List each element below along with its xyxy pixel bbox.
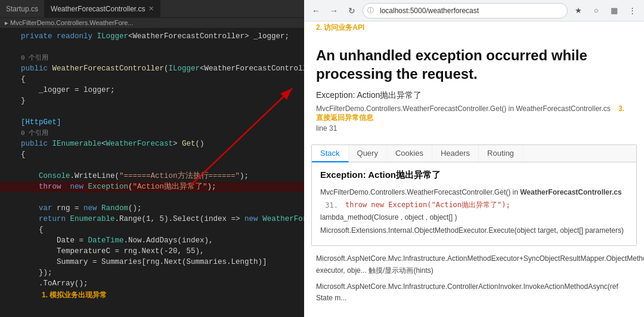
error-header: An unhandled exception occurred while pr… bbox=[304, 34, 644, 140]
error-title: An unhandled exception occurred while pr… bbox=[316, 46, 632, 83]
code-line bbox=[0, 106, 304, 117]
tab-cookies[interactable]: Cookies bbox=[387, 145, 432, 162]
tab-weatherforecast[interactable]: WeatherForecastController.cs ✕ bbox=[45, 0, 160, 18]
stack-content: Exception: Action抛出异常了 MvcFilterDemo.Con… bbox=[312, 162, 636, 245]
code-line: TemperatureC = rng.Next(-20, 55), bbox=[0, 246, 304, 257]
tab-label: WeatherForecastController.cs bbox=[51, 5, 145, 13]
stack-file-link: WeatherForecastController.cs bbox=[520, 188, 622, 196]
browser-toolbar: ← → ↻ ⓘ ★ ○ ▦ ⋮ bbox=[304, 0, 644, 21]
close-tab-icon[interactable]: ✕ bbox=[148, 5, 154, 13]
stack-trace-item-3: Microsoft.Extensions.Internal.ObjectMeth… bbox=[320, 225, 628, 236]
menu-button[interactable]: ⋮ bbox=[625, 4, 639, 18]
code-line: .ToArray(); bbox=[0, 278, 304, 289]
code-line: Console.WriteLine("======Action方法执行=====… bbox=[0, 171, 304, 181]
tab-headers[interactable]: Headers bbox=[432, 145, 479, 162]
extensions-button[interactable]: ▦ bbox=[607, 4, 621, 18]
address-bar[interactable] bbox=[363, 3, 568, 19]
tab-bar: Startup.cs WeatherForecastController.cs … bbox=[0, 0, 304, 18]
browser-content: 2. 访问业务API An unhandled exception occurr… bbox=[304, 21, 644, 317]
code-line: [HttpGet] bbox=[0, 117, 304, 128]
code-area: private readonly ILogger<WeatherForecast… bbox=[0, 29, 304, 317]
tab-query[interactable]: Query bbox=[349, 145, 387, 162]
code-line bbox=[0, 160, 304, 171]
stack-exception-title: Exception: Action抛出异常了 bbox=[320, 170, 628, 181]
bookmark-button[interactable]: ★ bbox=[571, 4, 586, 18]
code-line: private readonly ILogger<WeatherForecast… bbox=[0, 31, 304, 42]
error-trace-line1: MvcFilterDemo.Controllers.WeatherForecas… bbox=[316, 104, 632, 123]
editor-panel: Startup.cs WeatherForecastController.cs … bbox=[0, 0, 304, 317]
code-line: 0 个引用 bbox=[0, 53, 304, 63]
code-line: { bbox=[0, 149, 304, 160]
annotation-2-label: 2. 访问业务API bbox=[316, 23, 364, 33]
stack-tabs: Stack Query Cookies Headers Routing bbox=[312, 145, 636, 162]
code-line: var rng = new Random(); bbox=[0, 203, 304, 214]
browser-panel: ← → ↻ ⓘ ★ ○ ▦ ⋮ 2. 访问业务API An unhandled … bbox=[304, 0, 644, 317]
code-line: public IEnumerable<WeatherForecast> Get(… bbox=[0, 139, 304, 149]
code-line-highlight: throw new Exception("Action抛出异常了"); bbox=[0, 181, 304, 192]
breadcrumb: ▸ MvcFilterDemo.Controllers.WeatherFore.… bbox=[0, 18, 304, 29]
error-subtitle: Exception: Action抛出异常了 bbox=[316, 90, 632, 101]
error-trace-line-num: line 31 bbox=[316, 124, 632, 133]
address-wrapper: ⓘ bbox=[363, 3, 568, 19]
forward-button[interactable]: → bbox=[327, 4, 341, 18]
stack-line-num: 31. bbox=[320, 201, 338, 210]
code-line bbox=[0, 42, 304, 53]
stack-code-line: 31. throw new Exception("Action抛出异常了"); bbox=[320, 200, 628, 210]
stack-panel: Stack Query Cookies Headers Routing Exce… bbox=[311, 144, 637, 246]
annotation-1-label: 1. 模拟业务出现异常 bbox=[42, 290, 107, 300]
refresh-button[interactable]: ↻ bbox=[345, 4, 359, 18]
code-line: }); bbox=[0, 267, 304, 278]
code-line: } bbox=[0, 96, 304, 106]
code-line bbox=[0, 192, 304, 203]
tab-label: Startup.cs bbox=[6, 5, 38, 13]
code-line: 0 个引用 bbox=[0, 128, 304, 139]
stack-code-text: throw new Exception("Action抛出异常了"); bbox=[345, 200, 510, 210]
tab-routing[interactable]: Routing bbox=[479, 145, 523, 162]
tab-startup[interactable]: Startup.cs bbox=[0, 0, 45, 18]
code-line: Date = DateTime.Now.AddDays(index), bbox=[0, 235, 304, 246]
stack-trace-item-1: MvcFilterDemo.Controllers.WeatherForecas… bbox=[320, 187, 628, 198]
code-line: public WeatherForecastController(ILogger… bbox=[0, 63, 304, 74]
code-line: { bbox=[0, 224, 304, 235]
code-line: return Enumerable.Range(1, 5).Select(ind… bbox=[0, 214, 304, 224]
stack-trace-item-2: lambda_method(Closure , object , object[… bbox=[320, 212, 628, 223]
tab-stack[interactable]: Stack bbox=[312, 145, 349, 162]
code-line: Summary = Summaries[rng.Next(Summaries.L… bbox=[0, 257, 304, 267]
extra-bottom-1: Microsoft.AspNetCore.Mvc.Infrastructure.… bbox=[304, 251, 644, 278]
lock-icon: ⓘ bbox=[367, 6, 374, 15]
annotation-2-row: 2. 访问业务API bbox=[304, 21, 644, 34]
code-line: _logger = logger; bbox=[0, 85, 304, 96]
back-button[interactable]: ← bbox=[309, 4, 323, 18]
extra-bottom-2: Microsoft.AspNetCore.Mvc.Infrastructure.… bbox=[304, 279, 644, 306]
code-line: { bbox=[0, 74, 304, 85]
profile-button[interactable]: ○ bbox=[589, 4, 603, 18]
